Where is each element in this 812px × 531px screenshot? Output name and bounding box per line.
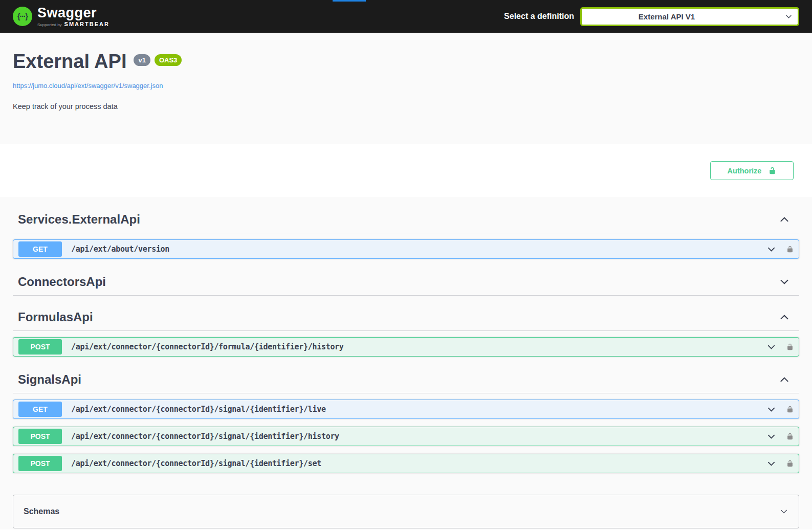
operations-area: Services.ExternalApiGET/api/ext/about/ve… (0, 197, 812, 529)
operation-path: /api/ext/connector/{connectorId}/signal/… (71, 432, 339, 441)
tag-section-formulasapi: FormulasApiPOST/api/ext/connector/{conne… (13, 302, 799, 357)
opblock-get[interactable]: GET/api/ext/connector/{connectorId}/sign… (13, 400, 799, 419)
unlock-icon[interactable] (786, 245, 794, 253)
api-description: Keep track of your process data (13, 102, 799, 110)
chevron-down-icon (779, 507, 788, 516)
chevron-down-icon (766, 432, 776, 441)
oas3-badge: OAS3 (155, 54, 182, 66)
unlock-icon[interactable] (786, 432, 794, 440)
authorize-button[interactable]: Authorize (710, 161, 794, 180)
tag-title: ConnectorsApi (18, 275, 106, 289)
api-title: External API (13, 51, 126, 73)
chevron-down-icon (766, 405, 776, 414)
tag-section-signalsapi: SignalsApiGET/api/ext/connector/{connect… (13, 364, 799, 473)
definition-select[interactable]: External API V1 (580, 7, 799, 26)
operation-path: /api/ext/about/version (71, 245, 169, 254)
definition-label: Select a definition (504, 12, 574, 21)
tag-title: FormulasApi (18, 310, 93, 324)
spec-url-link[interactable]: https://jumo.cloud/api/ext/swagger/v1/sw… (13, 82, 163, 90)
method-badge: GET (18, 241, 62, 257)
definition-selected-value: External API V1 (582, 12, 798, 21)
tag-header-connectorsapi[interactable]: ConnectorsApi (13, 267, 799, 296)
tag-title: SignalsApi (18, 372, 81, 387)
tag-header-formulasapi[interactable]: FormulasApi (13, 302, 799, 331)
chevron-down-icon (766, 459, 776, 469)
brand-name: Swagger (37, 6, 109, 20)
chevron-down-icon (766, 245, 776, 254)
operation-path: /api/ext/connector/{connectorId}/signal/… (71, 459, 321, 468)
method-badge: POST (18, 339, 62, 355)
chevron-down-icon (766, 342, 776, 352)
scheme-container: Authorize (0, 144, 812, 197)
api-sections: Services.ExternalApiGET/api/ext/about/ve… (13, 204, 799, 473)
tagline-prefix: Supported by (37, 23, 62, 27)
opblock-get[interactable]: GET/api/ext/about/version (13, 239, 799, 259)
top-accent-bar (333, 0, 366, 2)
chevron-down-icon (785, 13, 793, 20)
authorize-label: Authorize (728, 167, 762, 175)
chevron-down-icon (779, 276, 790, 287)
tagline-brand: SMARTBEAR (64, 21, 109, 27)
chevron-up-icon (779, 374, 790, 385)
opblock-post[interactable]: POST/api/ext/connector/{connectorId}/for… (13, 337, 799, 357)
chevron-up-icon (779, 312, 790, 323)
tag-section-services-externalapi: Services.ExternalApiGET/api/ext/about/ve… (13, 204, 799, 259)
unlock-icon (769, 166, 776, 175)
method-badge: GET (18, 402, 62, 417)
tag-section-connectorsapi: ConnectorsApi (13, 267, 799, 296)
version-badge: v1 (134, 54, 150, 66)
opblock-post[interactable]: POST/api/ext/connector/{connectorId}/sig… (13, 427, 799, 446)
opblock-post[interactable]: POST/api/ext/connector/{connectorId}/sig… (13, 454, 799, 473)
operation-path: /api/ext/connector/{connectorId}/formula… (71, 342, 344, 351)
chevron-up-icon (779, 214, 790, 225)
method-badge: POST (18, 429, 62, 444)
tag-header-signalsapi[interactable]: SignalsApi (13, 364, 799, 393)
brand-tagline: Supported by SMARTBEAR (37, 21, 109, 27)
operation-path: /api/ext/connector/{connectorId}/signal/… (71, 405, 326, 414)
api-info: External API v1 OAS3 https://jumo.cloud/… (0, 33, 812, 144)
logo-braces-glyph: {···} (17, 12, 28, 20)
tag-title: Services.ExternalApi (18, 212, 140, 227)
unlock-icon[interactable] (786, 343, 794, 351)
swagger-logo-icon: {···} (13, 7, 32, 26)
schemas-section-header[interactable]: Schemas (13, 495, 799, 528)
swagger-logo[interactable]: {···} Swagger Supported by SMARTBEAR (13, 6, 109, 27)
unlock-icon[interactable] (786, 459, 794, 468)
unlock-icon[interactable] (786, 405, 794, 413)
tag-header-services-externalapi[interactable]: Services.ExternalApi (13, 204, 799, 233)
schemas-title: Schemas (24, 507, 59, 516)
method-badge: POST (18, 456, 62, 471)
topbar: {···} Swagger Supported by SMARTBEAR Sel… (0, 0, 812, 33)
